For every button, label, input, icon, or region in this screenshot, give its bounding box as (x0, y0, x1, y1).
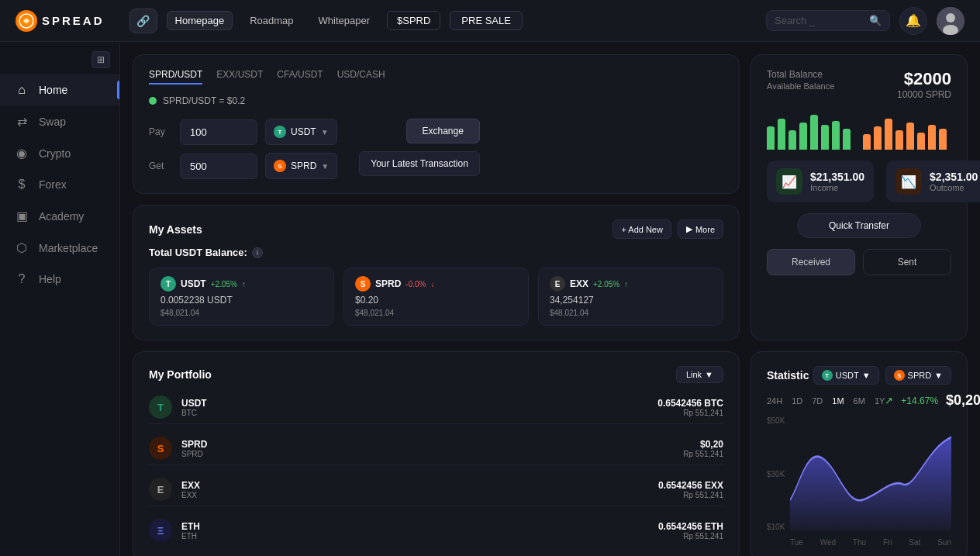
assets-title: My Assets (149, 223, 202, 236)
sprd-icon-small: S (274, 160, 286, 172)
stat-chart (790, 416, 951, 531)
sidebar-item-forex[interactable]: $ Forex (0, 169, 119, 200)
pay-label: Pay (149, 126, 172, 137)
arrow-down-sprd: ↓ (430, 280, 434, 288)
assets-balance-row: Total USDT Balance: i (149, 247, 723, 258)
search-input[interactable] (775, 15, 864, 26)
tab-cfa-usdt[interactable]: CFA/USDT (277, 69, 323, 85)
sprd-dropdown[interactable]: S SPRD ▼ (885, 366, 951, 385)
portfolio-item-exx: E EXX EXX 0.6542456 EXX Rp 551,241 (149, 473, 723, 506)
arrow-up-exx: ↑ (624, 280, 628, 288)
info-icon[interactable]: i (252, 247, 263, 258)
received-sent-row: Received Sent (767, 249, 951, 275)
sidebar-toggle: ⊞ (0, 51, 119, 74)
asset-val-sprd: $0.20 (355, 295, 517, 306)
notification-bell[interactable]: 🔔 (899, 7, 927, 35)
usdt-icon: T (274, 126, 286, 138)
nav-homepage[interactable]: Homepage (167, 11, 233, 30)
get-input[interactable] (180, 154, 257, 179)
nav-whitepaper[interactable]: Whitepaper (311, 12, 378, 29)
balance-amounts: $2000 10000 SPRD (897, 69, 951, 100)
asset-item-sprd: S SPRD -0.0% ↓ $0.20 $48,021.04 (343, 268, 529, 326)
portfolio-item-sprd: S SPRD SPRD $0,20 Rp 551,241 (149, 432, 723, 465)
tab-usd-cash[interactable]: USD/CASH (337, 69, 385, 85)
income-icon: 📈 (776, 168, 802, 195)
logo-text: SPREAD (42, 14, 105, 27)
tab-sprd-usdt[interactable]: SPRD/USDT (149, 69, 202, 85)
time-tab-1d[interactable]: 1D (792, 396, 802, 406)
nav-roadmap[interactable]: Roadmap (242, 12, 301, 29)
add-new-button[interactable]: + Add New (612, 219, 671, 239)
sidebar-label-marketplace: Marketplace (39, 242, 98, 254)
more-button[interactable]: ▶ More (678, 219, 723, 239)
sidebar-item-swap[interactable]: ⇄ Swap (0, 105, 119, 137)
income-label: Income (810, 183, 864, 192)
time-tab-24h[interactable]: 24H (767, 396, 782, 406)
portfolio-card: My Portfolio Link ▼ T USDT BTC 0.6542456… (133, 351, 740, 556)
quick-transfer-button[interactable]: Quick Transfer (797, 213, 921, 238)
sidebar-label-academy: Academy (39, 210, 84, 223)
user-avatar[interactable] (937, 7, 964, 35)
time-tab-1m[interactable]: 1M (832, 396, 844, 406)
exx-coin-icon: E (550, 276, 565, 292)
nav-presale[interactable]: PRE SALE (450, 11, 523, 30)
price-dot (149, 97, 157, 105)
main-layout: ⊞ ⌂ Home ⇄ Swap ◉ Crypto $ Forex ▣ Acade… (0, 42, 980, 556)
sidebar-item-crypto[interactable]: ◉ Crypto (0, 137, 119, 169)
chart-area: $50K $30K $10K (767, 416, 951, 547)
sidebar-toggle-btn[interactable]: ⊞ (91, 51, 110, 68)
stat-dropdowns: T USDT ▼ S SPRD ▼ (813, 366, 951, 385)
asset-val-usdt: 0.0052238 USDT (160, 295, 323, 306)
add-more-buttons: + Add New ▶ More (612, 219, 723, 239)
asset-name-exx: EXX (570, 278, 588, 289)
portfolio-icon-sprd: S (149, 437, 172, 460)
asset-name-sprd: SPRD (375, 278, 401, 289)
asset-top-exx: E EXX +2.05% ↑ (550, 276, 712, 292)
asset-top-usdt: T USDT +2.05% ↑ (160, 276, 323, 292)
asset-usd-usdt: $48,021.04 (160, 309, 323, 317)
sidebar-item-academy[interactable]: ▣ Academy (0, 200, 119, 232)
portfolio-names-exx: EXX EXX (181, 480, 200, 499)
portfolio-icon-exx: E (149, 478, 172, 501)
time-tab-6m[interactable]: 6M (854, 396, 865, 406)
pay-input[interactable] (180, 119, 257, 145)
nav-sprd[interactable]: $SPRD (387, 11, 440, 30)
time-tabs: 24H 1D 7D 1M 6M 1Y (767, 396, 885, 406)
chevron-down-icon-5: ▼ (934, 371, 943, 380)
search-bar: 🔍 (766, 10, 890, 31)
bar-charts (767, 111, 951, 150)
asset-items: T USDT +2.05% ↑ 0.0052238 USDT $48,021.0… (149, 268, 723, 326)
tab-exx-usdt[interactable]: EXX/USDT (216, 69, 263, 85)
portfolio-title: My Portfolio (149, 368, 212, 381)
usdt-coin-icon: T (160, 276, 176, 292)
sent-button[interactable]: Sent (863, 249, 951, 275)
outcome-icon: 📉 (895, 168, 922, 195)
assets-card: My Assets + Add New ▶ More Total USDT Ba… (133, 205, 740, 340)
sidebar-item-marketplace[interactable]: ⬡ Marketplace (0, 232, 119, 264)
portfolio-item-eth: Ξ ETH ETH 0.6542456 ETH Rp 551,241 (149, 514, 723, 547)
usdt-dropdown[interactable]: T USDT ▼ (813, 366, 879, 385)
stat-row: 📈 $21,351.00 Income 📉 $2,351.00 Outcome (767, 161, 951, 202)
exchange-card: SPRD/USDT EXX/USDT CFA/USDT USD/CASH SPR… (133, 54, 740, 194)
latest-transaction-button[interactable]: Your Latest Transaction (359, 151, 480, 176)
get-currency-select[interactable]: S SPRD ▼ (265, 153, 337, 179)
portfolio-item-usdt: T USDT BTC 0.6542456 BTC Rp 551,241 (149, 391, 723, 424)
link-icon-btn[interactable]: 🔗 (129, 9, 157, 33)
portfolio-vals-usdt: 0.6542456 BTC Rp 551,241 (657, 398, 723, 417)
link-button[interactable]: Link ▼ (676, 366, 723, 383)
pay-currency-select[interactable]: T USDT ▼ (265, 119, 337, 145)
asset-top-sprd: S SPRD -0.0% ↓ (355, 276, 517, 292)
marketplace-icon: ⬡ (14, 240, 29, 255)
received-button[interactable]: Received (767, 249, 855, 275)
arrow-up-usdt: ↑ (242, 280, 246, 288)
sprd-dd-icon: S (894, 370, 905, 381)
sidebar-item-help[interactable]: ? Help (0, 264, 119, 295)
time-tab-1y[interactable]: 1Y (875, 396, 885, 406)
exchange-tabs: SPRD/USDT EXX/USDT CFA/USDT USD/CASH (149, 69, 723, 85)
sidebar-item-home[interactable]: ⌂ Home (0, 74, 119, 105)
time-tab-7d[interactable]: 7D (812, 396, 823, 406)
sidebar-label-swap: Swap (39, 116, 66, 128)
exchange-fields: Pay T USDT ▼ Get S SPRD (149, 119, 337, 179)
sidebar-label-home: Home (39, 84, 67, 96)
exchange-button[interactable]: Exchange (406, 119, 480, 143)
